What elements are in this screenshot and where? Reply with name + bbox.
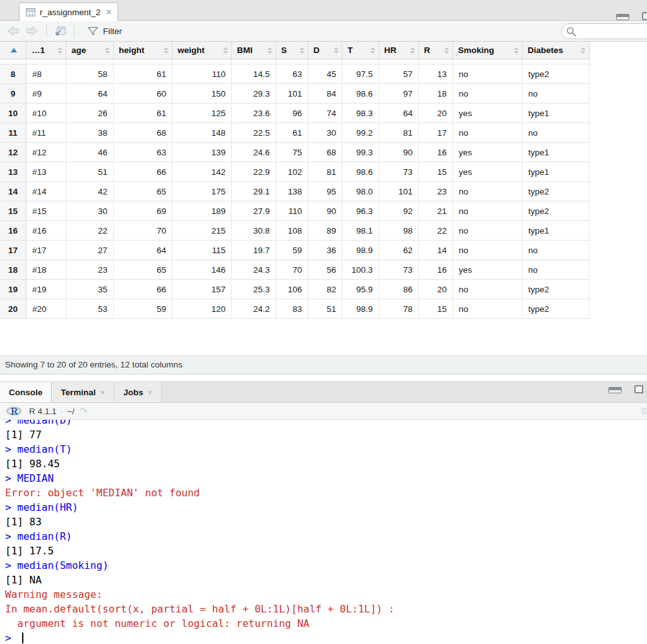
table-cell: 81 <box>379 123 419 142</box>
table-cell: 22.5 <box>232 123 276 142</box>
filter-button[interactable]: Filter <box>84 23 125 39</box>
column-header-height[interactable]: height <box>114 42 172 59</box>
table-row: 13#13516614222.91028198.67315yestype1 <box>0 162 590 182</box>
popout-window-icon <box>54 26 66 37</box>
column-header-S[interactable]: S <box>276 42 308 59</box>
table-cell: 25.3 <box>232 280 276 299</box>
table-cell: 38 <box>66 123 114 142</box>
column-label: D <box>313 45 320 55</box>
tab-jobs[interactable]: Jobs× <box>114 382 162 402</box>
toolbar-separator <box>74 25 75 37</box>
table-cell: 61 <box>276 123 308 142</box>
table-cell: #20 <box>27 299 66 318</box>
back-button[interactable] <box>4 23 23 39</box>
sort-arrows-icon <box>57 47 63 54</box>
column-label: HR <box>384 45 397 55</box>
table-cell: 15 <box>419 299 453 318</box>
tab-console[interactable]: Console <box>0 382 52 402</box>
column-header-Diabetes[interactable]: Diabetes <box>523 42 590 59</box>
console-panel-icon[interactable] <box>642 408 647 414</box>
table-cell: no <box>453 64 523 83</box>
console[interactable]: > median(D)[1] 77> median(T)[1] 98.45> M… <box>0 420 647 644</box>
table-cell: 99.3 <box>342 143 379 162</box>
table-cell: 96.3 <box>342 201 379 220</box>
table-cell: 68 <box>308 143 342 162</box>
table-cell: 24.2 <box>232 299 276 318</box>
table-cell: #13 <box>27 162 66 181</box>
column-header-D[interactable]: D <box>308 42 342 59</box>
table-cell: 24.3 <box>232 260 276 279</box>
column-header-HR[interactable]: HR <box>379 42 419 59</box>
viewer-tab[interactable]: r_assignment_2 × <box>19 3 118 21</box>
table-cell: no <box>453 123 523 142</box>
row-number: 19 <box>0 280 27 299</box>
goto-directory-icon[interactable]: ↷ <box>80 405 88 417</box>
table-cell: type1 <box>523 143 590 162</box>
table-cell: 19.7 <box>232 241 276 259</box>
column-header-T[interactable]: T <box>342 42 379 59</box>
column-label: …1 <box>32 45 45 55</box>
column-header-BMI[interactable]: BMI <box>232 42 276 59</box>
table-cell: #9 <box>27 84 66 103</box>
text-cursor <box>22 633 23 643</box>
table-cell: 148 <box>172 123 232 142</box>
table-cell: 81 <box>308 162 342 181</box>
sort-ascending-icon <box>11 48 17 52</box>
table-cell: yes <box>453 143 523 162</box>
column-header-…1[interactable]: …1 <box>27 42 66 59</box>
forward-button[interactable] <box>23 23 42 39</box>
maximize-pane-icon[interactable] <box>642 12 647 20</box>
tab-terminal[interactable]: Terminal× <box>52 382 114 402</box>
table-cell: 139 <box>172 143 232 162</box>
table-cell: no <box>523 84 590 103</box>
open-in-new-window-button[interactable] <box>51 23 70 39</box>
table-cell: no <box>523 241 590 259</box>
close-icon[interactable]: × <box>148 388 153 397</box>
table-row: 11#11386814822.5613099.28117nono <box>0 123 590 143</box>
table-cell: 65 <box>114 182 172 201</box>
search-input[interactable] <box>579 27 643 36</box>
column-header-R[interactable]: R <box>419 42 453 59</box>
table-cell: 110 <box>172 64 232 83</box>
table-cell: 36 <box>308 241 342 259</box>
minimize-pane-icon[interactable] <box>616 14 629 20</box>
row-number: 8 <box>0 64 27 83</box>
table-cell: 95 <box>308 182 342 201</box>
table-cell: 29.3 <box>232 84 276 103</box>
table-cell: 22.9 <box>232 162 276 181</box>
close-icon[interactable]: × <box>100 388 106 397</box>
table-row: 8#8586111014.5634597.55713notype2 <box>0 64 590 84</box>
working-directory: ~/ <box>67 407 75 416</box>
column-header-rownames[interactable] <box>0 42 27 59</box>
table-cell: 98.9 <box>342 299 379 318</box>
maximize-pane-icon[interactable] <box>634 385 643 393</box>
table-cell: 27.9 <box>232 201 276 220</box>
table-cell: 14.5 <box>232 64 276 83</box>
partial-cell <box>0 59 27 64</box>
console-line-output: [1] 98.45 <box>5 456 647 471</box>
table-cell: 98.6 <box>342 84 379 103</box>
table-cell: 62 <box>379 241 419 259</box>
table-cell: 26 <box>66 104 114 122</box>
search-box[interactable] <box>561 23 647 39</box>
close-icon[interactable]: × <box>106 7 111 17</box>
back-arrow-icon <box>7 26 20 36</box>
table-cell: no <box>523 123 590 142</box>
table-cell: type2 <box>523 64 590 83</box>
table-cell: 63 <box>114 143 172 162</box>
column-header-age[interactable]: age <box>66 42 114 59</box>
console-line-input: > median(T) <box>5 442 647 456</box>
table-cell: no <box>453 280 523 299</box>
row-number: 16 <box>0 221 27 240</box>
column-header-Smoking[interactable]: Smoking <box>453 42 523 59</box>
table-row: 16#16227021530.81088998.19822notype1 <box>0 221 590 241</box>
table-cell: type2 <box>523 182 590 201</box>
table-cell: 92 <box>379 201 419 220</box>
table-cell: #16 <box>27 221 66 240</box>
tab-label: Terminal <box>61 388 95 397</box>
sort-arrows-icon <box>105 47 110 54</box>
column-header-weight[interactable]: weight <box>172 42 232 59</box>
viewer-tab-bar: r_assignment_2 × <box>0 0 647 21</box>
column-label: S <box>281 45 287 55</box>
minimize-pane-icon[interactable] <box>608 387 622 393</box>
